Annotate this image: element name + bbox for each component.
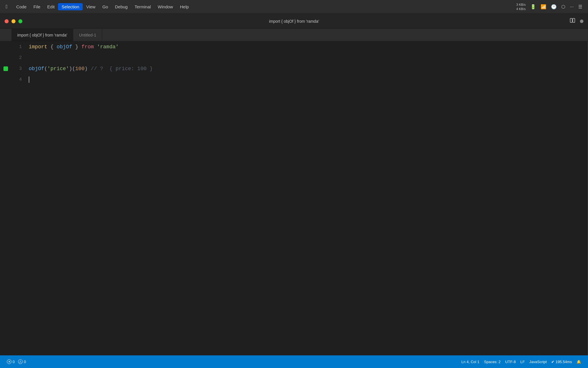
token-price-str: 'price' <box>47 66 69 72</box>
traffic-lights <box>0 19 27 23</box>
menubar-right: 3 KB/s 4 KB/s 🔋 📶 🕐 ⬡ ··· ☰ <box>516 3 582 11</box>
menu-view[interactable]: View <box>83 3 99 10</box>
extensions-icon[interactable]: ⬡ <box>561 4 565 9</box>
error-icon: ✕ <box>7 359 11 364</box>
token-space2: } <box>72 44 81 50</box>
line-ending-text: LF <box>520 360 525 364</box>
close-button[interactable] <box>5 19 9 23</box>
window-titlebar: import { objOf } from 'ramda' <box>0 14 588 29</box>
svg-rect-0 <box>570 18 572 22</box>
timing-text: ✔ 195.54ms <box>551 360 572 364</box>
token-paren2: )( <box>69 66 75 72</box>
battery-icon: 🔋 <box>530 4 536 9</box>
menu-terminal[interactable]: Terminal <box>131 3 154 10</box>
menu-selection[interactable]: Selection <box>58 3 83 10</box>
minimize-button[interactable] <box>11 19 16 23</box>
code-line-1: import { objOf } from 'ramda' <box>29 41 588 52</box>
tab-untitled[interactable]: Untitled-1 <box>73 29 102 41</box>
timing-item[interactable]: ✔ 195.54ms <box>549 355 574 368</box>
wifi-icon: 📶 <box>541 4 546 9</box>
menu-edit[interactable]: Edit <box>44 3 58 10</box>
encoding-text: UTF-8 <box>505 360 516 364</box>
menu-file[interactable]: File <box>30 3 44 10</box>
spaces-text: Spaces: 2 <box>484 360 501 364</box>
status-right: Ln 4, Col 1 Spaces: 2 UTF-8 LF JavaScrip… <box>459 355 583 368</box>
line-num-1: 1 <box>11 41 26 52</box>
download-speed: 4 KB/s <box>516 7 525 11</box>
upload-speed: 3 KB/s <box>516 3 525 7</box>
encoding-item[interactable]: UTF-8 <box>503 355 518 368</box>
window-title: import { objOf } from 'ramda' <box>269 19 319 24</box>
menu-code[interactable]: Code <box>13 3 30 10</box>
breakpoint-marker[interactable] <box>3 66 8 71</box>
token-objof2: objOf <box>29 66 44 72</box>
gutter-line-4 <box>0 74 11 85</box>
titlebar-right <box>570 18 588 25</box>
language-text: JavaScript <box>529 360 547 364</box>
token-paren1: ( <box>44 66 47 72</box>
menu-debug[interactable]: Debug <box>111 3 131 10</box>
line-numbers: 1 2 3 4 <box>11 41 26 355</box>
errors-item[interactable]: ✕ 0 ⚠ 0 <box>5 355 28 368</box>
unsaved-dot <box>580 20 583 23</box>
line-num-3: 3 <box>11 63 26 74</box>
error-count: 0 <box>13 360 15 364</box>
editor: 1 2 3 4 import { objOf } from 'ramda' ob… <box>0 41 588 355</box>
token-objof: objOf <box>57 44 72 50</box>
warning-icon: ⚠ <box>18 359 23 364</box>
token-import: import <box>29 44 47 50</box>
position-text: Ln 4, Col 1 <box>461 360 479 364</box>
menu-go[interactable]: Go <box>99 3 111 10</box>
language-item[interactable]: JavaScript <box>527 355 549 368</box>
statusbar: ✕ 0 ⚠ 0 Ln 4, Col 1 Spaces: 2 UTF-8 LF J… <box>0 355 588 368</box>
menu-window[interactable]: Window <box>154 3 176 10</box>
spaces-item[interactable]: Spaces: 2 <box>482 355 503 368</box>
split-editor-icon[interactable] <box>570 18 575 25</box>
line-ending-item[interactable]: LF <box>518 355 527 368</box>
status-left: ✕ 0 ⚠ 0 <box>5 355 28 368</box>
gutter-line-3[interactable] <box>0 63 11 74</box>
token-comment: // ? { price: 100 } <box>88 66 153 72</box>
clock-icon: 🕐 <box>551 4 557 9</box>
warning-count: 0 <box>24 360 26 364</box>
code-line-3: objOf ( 'price' )( 100 ) // ? { price: 1… <box>29 63 588 74</box>
position-item[interactable]: Ln 4, Col 1 <box>459 355 482 368</box>
breakpoint-gutter <box>0 41 11 355</box>
tab-bar: import { objOf } from 'ramda' Untitled-1 <box>0 29 588 41</box>
menubar:  Code File Edit Selection View Go Debug… <box>0 0 588 14</box>
menu-help[interactable]: Help <box>177 3 192 10</box>
tab-label-untitled: Untitled-1 <box>79 33 96 37</box>
svg-rect-1 <box>573 18 575 22</box>
bell-icon: 🔔 <box>577 360 581 364</box>
notifications-icon[interactable]: 🔔 <box>574 355 583 368</box>
gutter-line-1 <box>0 41 11 52</box>
more-icon[interactable]: ··· <box>570 4 574 9</box>
code-line-4 <box>29 74 588 85</box>
token-paren3: ) <box>84 66 88 72</box>
maximize-button[interactable] <box>18 19 22 23</box>
network-speed: 3 KB/s 4 KB/s <box>516 3 525 11</box>
token-from: from <box>82 44 94 50</box>
gutter-line-2 <box>0 52 11 63</box>
apple-icon[interactable]:  <box>6 4 8 10</box>
code-area[interactable]: import { objOf } from 'ramda' objOf ( 'p… <box>26 41 588 355</box>
token-100: 100 <box>75 66 84 72</box>
cursor <box>29 76 29 83</box>
token-space1: { <box>47 44 57 50</box>
token-space3 <box>94 44 97 50</box>
token-ramda: 'ramda' <box>97 44 119 50</box>
tab-label-ramda: import { objOf } from 'ramda' <box>17 33 67 37</box>
line-num-2: 2 <box>11 52 26 63</box>
tab-ramda[interactable]: import { objOf } from 'ramda' <box>11 29 73 41</box>
line-num-4: 4 <box>11 74 26 85</box>
token-empty <box>29 55 32 61</box>
code-line-2 <box>29 52 588 63</box>
list-icon[interactable]: ☰ <box>578 4 582 9</box>
